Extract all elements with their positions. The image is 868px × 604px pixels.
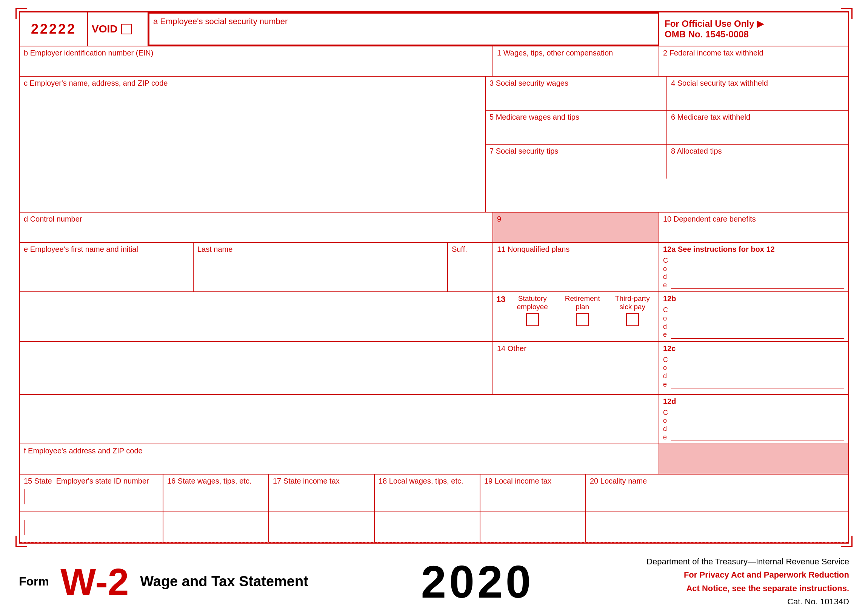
row-header: 22222 VOID a Employee's social security … [20, 12, 848, 47]
medicare-tax-field[interactable]: 6 Medicare tax withheld [667, 110, 848, 144]
ssn-field[interactable]: a Employee's social security number [148, 12, 659, 46]
local-income-tax-2[interactable] [480, 512, 586, 542]
form-title: Wage and Tax Statement [140, 573, 308, 590]
state-field[interactable]: 15 State Employer's state ID number [20, 475, 163, 511]
employee-last-name[interactable]: Last name [194, 243, 448, 292]
field12d[interactable]: 12d C o d e [659, 395, 848, 444]
local-wages[interactable]: 18 Local wages, tips, etc. [375, 475, 480, 511]
official-use: For Official Use Only ▶ OMB No. 1545-000… [659, 12, 848, 46]
row-7-8: 7 Social security tips 8 Allocated tips [486, 144, 848, 179]
medicare-wages-field[interactable]: 5 Medicare wages and tips [486, 110, 667, 144]
void-field: VOID [88, 12, 148, 46]
row12d-left [20, 395, 659, 444]
dependent-care-field[interactable]: 10 Dependent care benefits [659, 213, 848, 242]
third-party: Third-party sick pay [609, 295, 656, 326]
bottom-section: Form W-2 Wage and Tax Statement 2020 Dep… [19, 543, 849, 604]
form-title-row: Form W-2 Wage and Tax Statement 2020 Dep… [19, 551, 849, 604]
row-5-6: 5 Medicare wages and tips 6 Medicare tax… [486, 110, 848, 144]
nonqualified-plans-field[interactable]: 11 Nonqualified plans [493, 243, 659, 292]
field12c[interactable]: 12c C o d e [659, 342, 848, 394]
row-b: b Employer identification number (EIN) 1… [20, 47, 848, 77]
w2-form: 22222 VOID a Employee's social security … [19, 11, 849, 543]
state-field-2[interactable] [20, 512, 163, 542]
ein-field[interactable]: b Employer identification number (EIN) [20, 47, 493, 76]
state-income-tax-2[interactable] [269, 512, 375, 542]
wages-field[interactable]: 1 Wages, tips, other compensation [493, 47, 659, 76]
stat-employee-checkbox[interactable] [526, 313, 539, 326]
row13-left [20, 292, 493, 341]
control-number-field[interactable]: d Control number [20, 213, 493, 242]
field12a[interactable]: 12a See instructions for box 12 C o d e [659, 243, 848, 292]
employer-name-field[interactable]: c Employer's name, address, and ZIP code [20, 77, 486, 212]
form-number: 22222 [20, 12, 88, 46]
irs-info: Department of the Treasury—Internal Reve… [646, 555, 849, 604]
form-year: 2020 [320, 556, 635, 604]
row-12d: 12d C o d e [20, 395, 848, 444]
row-dashed-1 [20, 512, 848, 542]
allocated-tips-field[interactable]: 8 Allocated tips [667, 144, 848, 179]
retirement-plan: Retirement plan [559, 295, 606, 326]
field-f-right [659, 444, 848, 474]
row-14: 14 Other 12c C o d e [20, 342, 848, 395]
row-13: 13 Statutory employee Retirement plan Th… [20, 292, 848, 342]
state-wages-2[interactable] [163, 512, 269, 542]
row-d: d Control number 9 10 Dependent care ben… [20, 213, 848, 243]
form-w2-title: W-2 [60, 563, 129, 601]
state-wages[interactable]: 16 State wages, tips, etc. [163, 475, 269, 511]
row-15: 15 State Employer's state ID number 16 S… [20, 475, 848, 512]
locality-name-2[interactable] [586, 512, 848, 542]
field13: 13 Statutory employee Retirement plan Th… [493, 292, 659, 341]
retirement-checkbox[interactable] [576, 313, 589, 326]
stat-employee: Statutory employee [509, 295, 555, 326]
ss-tax-field[interactable]: 4 Social security tax withheld [667, 77, 848, 110]
ss-wages-field[interactable]: 3 Social security wages [486, 77, 667, 110]
third-party-checkbox[interactable] [626, 313, 639, 326]
field12b[interactable]: 12b C o d e [659, 292, 848, 341]
row-c: c Employer's name, address, and ZIP code… [20, 77, 848, 213]
local-income-tax[interactable]: 19 Local income tax [480, 475, 586, 511]
field9[interactable]: 9 [493, 213, 659, 242]
state-income-tax[interactable]: 17 State income tax [269, 475, 375, 511]
void-checkbox[interactable] [121, 24, 132, 34]
local-wages-2[interactable] [375, 512, 480, 542]
row-f: f Employee's address and ZIP code [20, 444, 848, 475]
ss-tips-field[interactable]: 7 Social security tips [486, 144, 667, 179]
employee-suffix[interactable]: Suff. [448, 243, 493, 292]
right-stack: 3 Social security wages 4 Social securit… [486, 77, 848, 212]
locality-name[interactable]: 20 Locality name [586, 475, 848, 511]
federal-tax-field[interactable]: 2 Federal income tax withheld [659, 47, 848, 76]
row-e: e Employee's first name and initial Last… [20, 243, 848, 292]
form-word: Form [19, 574, 49, 588]
employee-address[interactable]: f Employee's address and ZIP code [20, 444, 659, 474]
row14-left [20, 342, 493, 394]
row-3-4: 3 Social security wages 4 Social securit… [486, 77, 848, 110]
field14[interactable]: 14 Other [493, 342, 659, 394]
employee-first-name[interactable]: e Employee's first name and initial [20, 243, 194, 292]
